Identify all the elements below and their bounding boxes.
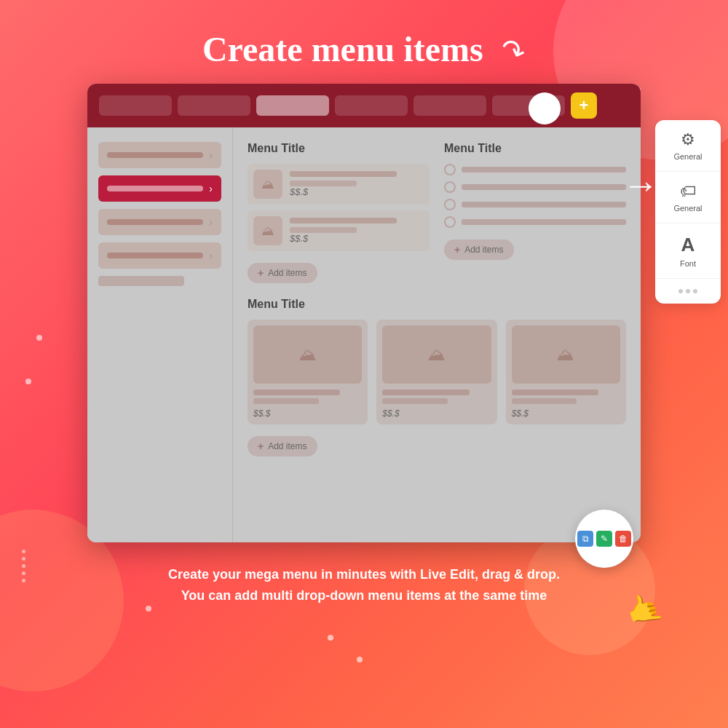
copy-action-btn[interactable]: ⧉ <box>577 531 593 547</box>
menu-item-image-1: ⛰ <box>253 170 282 199</box>
sidebar-item-3[interactable]: › <box>98 209 221 235</box>
sidebar-item-bar-1 <box>107 152 203 158</box>
radio-circle-1 <box>444 164 456 175</box>
menu-title-1: Menu Title <box>248 142 430 155</box>
sidebar-item-4[interactable]: › <box>98 242 221 269</box>
chevron-icon-1: › <box>209 149 213 161</box>
sidebar-item-bar-2 <box>107 186 203 191</box>
sidebar: › › › › <box>87 127 233 542</box>
menu-grid: ⛰ $$.$ ⛰ $$.$ ⛰ <box>248 320 626 424</box>
tag-icon: 🏷 <box>680 182 696 201</box>
chevron-icon-3: › <box>209 216 213 228</box>
menu-item-price-1: $$.$ <box>290 186 424 197</box>
menu-grid-image-3: ⛰ <box>512 325 620 384</box>
menu-section-3: Menu Title ⛰ $$.$ ⛰ $$.$ <box>248 298 626 456</box>
right-panel: ⚙ General 🏷 General A Font <box>655 120 721 304</box>
browser-tab-1[interactable] <box>99 95 172 116</box>
menu-grid-bar-3a <box>512 389 598 395</box>
menu-title-3: Menu Title <box>248 298 626 311</box>
panel-more-dots[interactable] <box>655 279 721 304</box>
menu-list-item-1: ⛰ $$.$ <box>248 164 430 205</box>
panel-item-font[interactable]: A Font <box>655 223 721 279</box>
panel-label-font: Font <box>680 259 696 268</box>
floating-actions: ⧉ ✎ 🗑 <box>577 531 631 547</box>
sidebar-item-bar-4 <box>107 253 203 258</box>
menu-grid-image-2: ⛰ <box>382 325 491 384</box>
dot-decoration-4 <box>328 635 333 641</box>
radio-bar-4 <box>462 219 626 225</box>
menu-title-2: Menu Title <box>444 142 626 155</box>
browser-tab-3[interactable] <box>256 95 329 116</box>
page-title: Create menu items <box>202 29 483 69</box>
menu-grid-item-2: ⛰ $$.$ <box>376 320 496 424</box>
menu-section-1: Menu Title ⛰ $$.$ ⛰ <box>248 142 430 283</box>
radio-item-1 <box>444 164 626 175</box>
browser-content: › › › › <box>87 127 641 542</box>
menu-list-item-2: ⛰ $$.$ <box>248 210 430 251</box>
page-title-area: Create menu items ↷ <box>0 0 728 76</box>
title-arrow: ↷ <box>496 31 531 71</box>
menu-item-info-2: $$.$ <box>290 218 424 244</box>
menu-grid-price-2: $$.$ <box>382 408 491 419</box>
add-items-label-3: Add items <box>268 441 306 451</box>
floating-action-circle: ⧉ ✎ 🗑 <box>575 510 633 568</box>
subtitle-line-2: You can add multi drop-down menu items a… <box>29 585 699 606</box>
panel-label-general-1: General <box>673 152 702 161</box>
panel-item-general-2[interactable]: 🏷 General <box>655 172 721 223</box>
font-icon: A <box>681 234 695 256</box>
content-area: Menu Title ⛰ $$.$ ⛰ <box>233 127 641 542</box>
radio-bar-1 <box>462 167 626 173</box>
dot-decoration-5 <box>357 657 363 662</box>
panel-item-general-1[interactable]: ⚙ General <box>655 120 721 172</box>
sidebar-item-2[interactable]: › <box>98 175 221 202</box>
panel-label-general-2: General <box>673 204 702 213</box>
browser-tab-4[interactable] <box>335 95 408 116</box>
plus-icon-1: + <box>258 267 264 279</box>
add-items-label-2: Add items <box>464 245 503 255</box>
browser-mockup: + › › › › <box>87 84 641 542</box>
menu-grid-bar-3b <box>512 398 577 404</box>
menu-grid-bar-2a <box>382 389 469 395</box>
browser-tab-5[interactable] <box>414 95 486 116</box>
menu-item-bar-1a <box>290 171 397 177</box>
radio-circle-3 <box>444 199 456 210</box>
menu-grid-bar-1a <box>253 389 340 395</box>
add-items-label-1: Add items <box>268 268 306 278</box>
menu-item-info-1: $$.$ <box>290 171 424 197</box>
browser-tab-2[interactable] <box>178 95 250 116</box>
menu-item-price-2: $$.$ <box>290 233 424 244</box>
menu-item-bar-2b <box>290 227 357 233</box>
radio-circle-4 <box>444 216 456 228</box>
add-tab-button[interactable]: + <box>571 92 597 119</box>
add-items-btn-1[interactable]: + Add items <box>248 263 317 283</box>
menu-grid-bar-1b <box>253 398 319 404</box>
radio-item-3 <box>444 199 626 210</box>
menu-item-image-2: ⛰ <box>253 216 282 245</box>
edit-action-btn[interactable]: ✎ <box>596 531 612 547</box>
dot-3 <box>693 289 697 293</box>
menu-grid-bar-2b <box>382 398 448 404</box>
radio-item-2 <box>444 181 626 193</box>
delete-action-btn[interactable]: 🗑 <box>615 531 631 547</box>
main-area: + › › › › <box>0 76 728 542</box>
chevron-icon-4: › <box>209 250 213 261</box>
add-items-btn-3[interactable]: + Add items <box>248 436 317 456</box>
radio-item-4 <box>444 216 626 228</box>
dot-2 <box>686 289 690 293</box>
browser-toolbar: + <box>87 84 641 127</box>
chevron-icon-2: › <box>209 183 213 194</box>
gear-icon: ⚙ <box>681 130 695 149</box>
menu-section-2: Menu Title <box>444 142 626 283</box>
toolbar-circle <box>529 92 561 124</box>
plus-icon-3: + <box>258 440 264 452</box>
plus-icon-2: + <box>454 244 460 256</box>
radio-bar-3 <box>462 202 626 207</box>
sidebar-item-1[interactable]: › <box>98 142 221 168</box>
top-menu-row: Menu Title ⛰ $$.$ ⛰ <box>248 142 626 283</box>
add-items-btn-2[interactable]: + Add items <box>444 240 514 260</box>
menu-grid-image-1: ⛰ <box>253 325 362 384</box>
menu-item-bar-2a <box>290 218 397 223</box>
sidebar-small-bar <box>98 276 184 286</box>
radio-circle-2 <box>444 181 456 193</box>
menu-item-bar-1b <box>290 181 357 186</box>
